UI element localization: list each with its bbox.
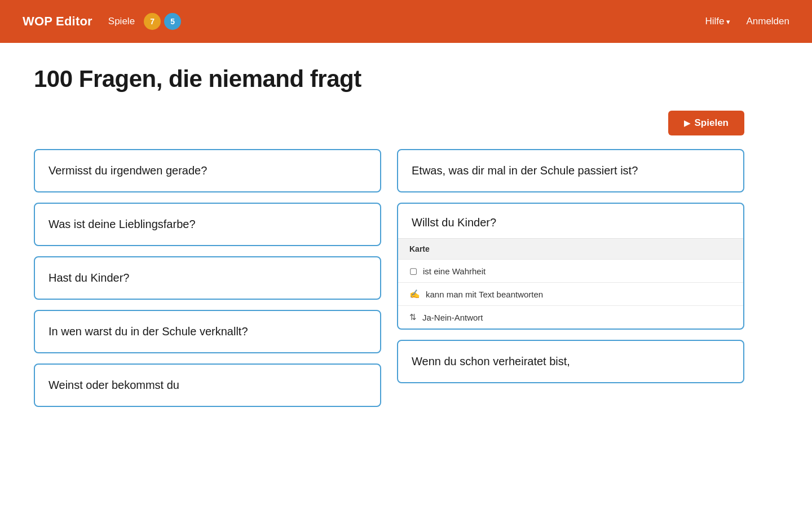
card-2-text: Etwas, was dir mal in der Schule passier… — [412, 164, 638, 177]
card-3-text: Was ist deine Lieblingsfarbe? — [48, 218, 196, 230]
card-4-title: Willst du Kinder? — [398, 204, 743, 238]
meta-row-3: ⇅ Ja-Nein-Antwort — [398, 305, 743, 329]
edit-icon: ✍ — [409, 289, 420, 299]
play-icon — [684, 117, 690, 129]
meta-row-2: ✍ kann man mit Text beantworten — [398, 282, 743, 305]
card-8-text: Wenn du schon verheiratet bist, — [412, 355, 570, 367]
card-3[interactable]: Was ist deine Lieblingsfarbe? — [34, 203, 381, 246]
navbar-right: Hilfe Anmelden — [705, 16, 789, 27]
card-5[interactable]: Hast du Kinder? — [34, 256, 381, 300]
anmelden-button[interactable]: Anmelden — [746, 16, 789, 27]
main-content: 100 Fragen, die niemand fragt Spielen Ve… — [0, 43, 778, 441]
card-1-text: Vermisst du irgendwen gerade? — [48, 164, 207, 177]
cards-grid: Vermisst du irgendwen gerade? Was ist de… — [34, 149, 744, 407]
left-column: Vermisst du irgendwen gerade? Was ist de… — [34, 149, 381, 407]
meta-row-2-text: kann man mit Text beantworten — [426, 290, 543, 299]
spielen-button[interactable]: Spielen — [668, 111, 744, 135]
badge-blue: 5 — [164, 13, 181, 30]
badge-orange: 7 — [144, 13, 161, 30]
card-1[interactable]: Vermisst du irgendwen gerade? — [34, 149, 381, 192]
spielen-label: Spielen — [695, 117, 729, 129]
card-8-partial[interactable]: Wenn du schon verheiratet bist, — [397, 340, 744, 383]
folder-icon: ▢ — [409, 266, 417, 276]
card-6-text: In wen warst du in der Schule verknallt? — [48, 325, 248, 338]
spielen-row: Spielen — [34, 111, 744, 135]
page-title: 100 Fragen, die niemand fragt — [34, 65, 744, 93]
brand-title[interactable]: WOP Editor — [23, 14, 92, 29]
card-7-partial[interactable]: Weinst oder bekommst du — [34, 364, 381, 407]
meta-row-1: ▢ ist eine Wahrheit — [398, 259, 743, 282]
meta-row-1-text: ist eine Wahrheit — [423, 266, 486, 276]
card-5-text: Hast du Kinder? — [48, 271, 129, 284]
card-6[interactable]: In wen warst du in der Schule verknallt? — [34, 310, 381, 353]
navbar: WOP Editor Spiele 7 5 Hilfe Anmelden — [0, 0, 812, 43]
card-meta-header: Karte — [398, 238, 743, 259]
nav-spiele[interactable]: Spiele — [108, 16, 135, 27]
sort-icon: ⇅ — [409, 312, 417, 322]
meta-row-3-text: Ja-Nein-Antwort — [422, 313, 483, 322]
card-4-expanded[interactable]: Willst du Kinder? Karte ▢ ist eine Wahrh… — [397, 203, 744, 330]
right-column: Etwas, was dir mal in der Schule passier… — [397, 149, 744, 407]
hilfe-menu[interactable]: Hilfe — [705, 16, 730, 27]
card-7-text: Weinst oder bekommst du — [48, 379, 179, 391]
card-2[interactable]: Etwas, was dir mal in der Schule passier… — [397, 149, 744, 192]
